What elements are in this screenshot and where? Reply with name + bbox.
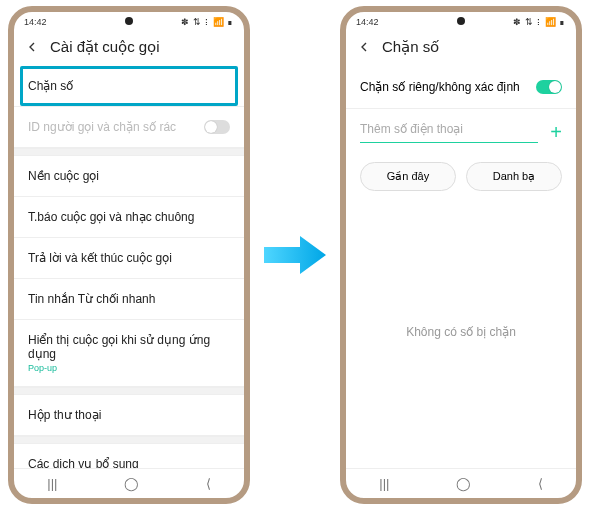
back-icon[interactable] <box>356 39 372 55</box>
row-block-private[interactable]: Chặn số riêng/không xác định <box>346 66 576 109</box>
row-tra-loi[interactable]: Trả lời và kết thúc cuộc gọi <box>14 238 244 279</box>
row-nen-cuoc-goi[interactable]: Nền cuộc gọi <box>14 156 244 197</box>
row-label: T.báo cuộc gọi và nhạc chuông <box>28 210 194 224</box>
chip-contacts[interactable]: Danh bạ <box>466 162 562 191</box>
chip-recent[interactable]: Gần đây <box>360 162 456 191</box>
front-camera <box>457 17 465 25</box>
toggle-block-private[interactable] <box>536 80 562 94</box>
nav-back-icon[interactable]: ⟨ <box>206 476 211 491</box>
row-label: Chặn số riêng/không xác định <box>360 80 520 94</box>
phone-right: 14:42 ✽ ⇅ ⫶ 📶 ∎ Chặn số Chặn số riêng/kh… <box>340 6 582 504</box>
row-label: Chặn số <box>28 79 73 93</box>
phone-left: 14:42 ✽ ⇅ ⫶ 📶 ∎ Cài đặt cuộc gọi Chặn số… <box>8 6 250 504</box>
row-subtext: Pop-up <box>28 363 230 373</box>
row-label: Trả lời và kết thúc cuộc gọi <box>28 251 172 265</box>
flow-arrow <box>260 230 330 280</box>
row-id-nguoi-goi[interactable]: ID người gọi và chặn số rác <box>14 107 244 148</box>
android-nav-bar: ||| ◯ ⟨ <box>346 468 576 498</box>
row-label: ID người gọi và chặn số rác <box>28 120 176 134</box>
page-title: Cài đặt cuộc gọi <box>50 38 160 56</box>
nav-back-icon[interactable]: ⟨ <box>538 476 543 491</box>
row-hop-thu[interactable]: Hộp thư thoại <box>14 395 244 436</box>
source-chips: Gần đây Danh bạ <box>346 148 576 205</box>
row-hien-thi[interactable]: Hiển thị cuộc gọi khi sử dụng ứng dụng P… <box>14 320 244 387</box>
toggle-caller-id[interactable] <box>204 120 230 134</box>
app-bar: Chặn số <box>346 32 576 66</box>
row-chan-so[interactable]: Chặn số <box>14 66 244 107</box>
section-gap <box>14 148 244 156</box>
settings-list: Chặn số ID người gọi và chặn số rác Nền … <box>14 66 244 468</box>
row-tin-nhan[interactable]: Tin nhắn Từ chối nhanh <box>14 279 244 320</box>
row-label: Hộp thư thoại <box>28 408 101 422</box>
nav-home-icon[interactable]: ◯ <box>456 476 471 491</box>
svg-marker-0 <box>264 236 326 274</box>
row-text: Hiển thị cuộc gọi khi sử dụng ứng dụng <box>28 333 210 361</box>
nav-recents-icon[interactable]: ||| <box>379 476 389 491</box>
back-icon[interactable] <box>24 39 40 55</box>
add-number-row: Thêm số điện thoại + <box>346 109 576 148</box>
row-tbao[interactable]: T.báo cuộc gọi và nhạc chuông <box>14 197 244 238</box>
empty-state: Không có số bị chặn <box>346 325 576 339</box>
status-icons: ✽ ⇅ ⫶ 📶 ∎ <box>181 17 234 27</box>
nav-home-icon[interactable]: ◯ <box>124 476 139 491</box>
section-gap <box>14 436 244 444</box>
row-dich-vu[interactable]: Các dịch vụ bổ sung <box>14 444 244 468</box>
app-bar: Cài đặt cuộc gọi <box>14 32 244 66</box>
add-icon[interactable]: + <box>550 121 562 144</box>
page-title: Chặn số <box>382 38 439 56</box>
section-gap <box>14 387 244 395</box>
row-label: Hiển thị cuộc gọi khi sử dụng ứng dụng P… <box>28 333 230 373</box>
row-label: Các dịch vụ bổ sung <box>28 457 139 468</box>
block-content: Chặn số riêng/không xác định Thêm số điệ… <box>346 66 576 468</box>
arrow-icon <box>260 230 330 280</box>
status-icons: ✽ ⇅ ⫶ 📶 ∎ <box>513 17 566 27</box>
add-number-input[interactable]: Thêm số điện thoại <box>360 122 538 143</box>
row-label: Tin nhắn Từ chối nhanh <box>28 292 155 306</box>
nav-recents-icon[interactable]: ||| <box>47 476 57 491</box>
row-label: Nền cuộc gọi <box>28 169 99 183</box>
android-nav-bar: ||| ◯ ⟨ <box>14 468 244 498</box>
status-time: 14:42 <box>24 17 47 27</box>
status-time: 14:42 <box>356 17 379 27</box>
front-camera <box>125 17 133 25</box>
